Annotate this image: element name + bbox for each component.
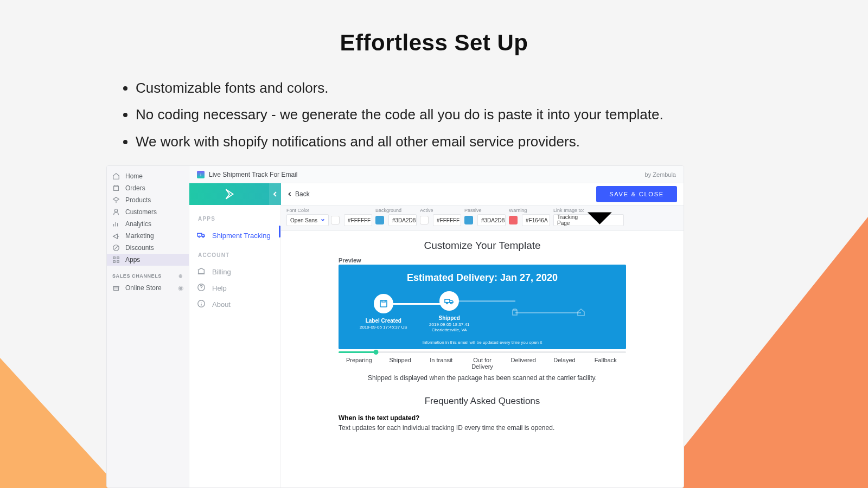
shopify-sidebar: Home Orders Products Customers Analytics… (107, 166, 189, 487)
sidebar-item-orders[interactable]: Orders (107, 182, 189, 194)
products-icon (112, 196, 120, 204)
config-passive: Passive #3DA2D8 (464, 208, 506, 226)
state-tab[interactable]: In transit (420, 355, 462, 370)
svg-rect-4 (117, 257, 119, 259)
config-background: Background #3DA2D8 (375, 208, 417, 226)
sidebar-item-home[interactable]: Home (107, 170, 189, 182)
state-progress-dot (373, 350, 378, 355)
app-sidebar-section: ACCOUNT (198, 252, 272, 258)
orders-icon (112, 184, 120, 192)
tracking-node-sub: 2019-09-05 17:45:37 US (360, 325, 407, 330)
app-logo-icon (197, 171, 205, 178)
tracking-node-label-created: Label Created 2019-09-05 17:45:37 US (350, 294, 417, 330)
content-heading: Customize Your Template (297, 240, 667, 252)
bg-color-hex[interactable]: #3DA2D8 (388, 214, 417, 226)
sidebar-section-sales: SALES CHANNELS⊕ (107, 266, 189, 282)
state-tab[interactable]: Delayed (544, 355, 585, 370)
bank-icon (197, 267, 206, 277)
store-icon (112, 284, 120, 292)
font-color-hex[interactable]: #FFFFFF (344, 214, 372, 226)
app-byline: by Zembula (645, 171, 676, 178)
bg-color-swatch[interactable] (375, 216, 384, 224)
sidebar-item-products[interactable]: Products (107, 194, 189, 206)
truck-icon (439, 291, 459, 311)
active-color-swatch[interactable] (420, 216, 429, 224)
app-sidebar-item-label: Help (212, 284, 227, 292)
label-icon (374, 294, 393, 313)
app-sidebar-item-about[interactable]: About (197, 296, 273, 312)
sidebar-item-label: Discounts (125, 244, 154, 252)
hero-bullet: We work with shopify notifications and a… (136, 129, 754, 155)
apps-icon (112, 256, 120, 264)
svg-rect-5 (113, 261, 116, 263)
sidebar-item-customers[interactable]: Customers (107, 206, 189, 218)
warning-color-swatch[interactable] (509, 216, 518, 224)
plus-icon[interactable]: ⊕ (178, 273, 183, 279)
sidebar-item-label: Home (125, 172, 143, 180)
tracking-node-sub: 2019-09-05 18:37:41 Charlottesville, VA (424, 322, 474, 333)
font-select[interactable]: Open Sans (286, 214, 329, 226)
sidebar-item-analytics[interactable]: Analytics (107, 218, 189, 230)
link-image-select[interactable]: Tracking Page (553, 214, 624, 226)
sidebar-item-discounts[interactable]: Discounts (107, 242, 189, 254)
active-color-hex[interactable]: #FFFFFF (433, 214, 461, 226)
config-label: Passive (464, 208, 506, 213)
active-marker (279, 226, 280, 237)
config-label: Active (420, 208, 461, 213)
sidebar-item-label: Products (125, 196, 151, 204)
svg-rect-0 (114, 187, 119, 191)
config-label: Font Color (286, 208, 372, 213)
back-label: Back (295, 190, 310, 198)
sidebar-item-apps[interactable]: Apps (107, 254, 189, 266)
sidebar-section-label: SALES CHANNELS (112, 273, 162, 279)
state-tab[interactable]: Fallback (585, 355, 626, 370)
app-sidebar-item-help[interactable]: Help (197, 280, 273, 296)
app-titlebar: Live Shipment Track For Email by Zembula (189, 166, 684, 183)
warning-color-hex[interactable]: #F1646A (522, 214, 550, 226)
sidebar-item-label: Marketing (125, 232, 154, 240)
font-color-swatch[interactable] (331, 216, 340, 224)
state-tab[interactable]: Shipped (380, 355, 421, 370)
hero-bullet: No coding necessary - we generate the co… (136, 101, 754, 128)
hero-bullet: Customizable fonts and colors. (136, 75, 754, 101)
transit-icon (506, 303, 525, 322)
config-label: Background (375, 208, 417, 213)
state-tab[interactable]: Out for Delivery (462, 355, 503, 370)
svg-rect-12 (380, 300, 387, 307)
sidebar-item-label: Analytics (125, 220, 151, 228)
app-shell: Home Orders Products Customers Analytics… (106, 165, 684, 488)
collapse-sidebar-button[interactable] (269, 183, 281, 205)
font-select-value: Open Sans (290, 217, 317, 223)
state-tabs: Preparing Shipped In transit Out for Del… (339, 355, 626, 370)
passive-color-swatch[interactable] (464, 216, 473, 224)
sidebar-item-online-store[interactable]: Online Store◉ (107, 282, 189, 294)
tracking-node-label: Label Created (366, 318, 401, 324)
content-area: Customize Your Template Preview Estimate… (281, 230, 684, 487)
passive-color-hex[interactable]: #3DA2D8 (477, 214, 506, 226)
svg-rect-3 (113, 257, 116, 259)
config-link-image: Link Image to: Tracking Page (553, 208, 624, 226)
back-button[interactable]: Back (288, 190, 310, 198)
help-icon (197, 283, 206, 293)
preview-label: Preview (339, 257, 626, 264)
faq-heading: Frequently Asked Questions (297, 396, 667, 407)
decorative-triangle-bottom-left (0, 358, 119, 488)
app-sidebar-item-label: Billing (212, 268, 231, 276)
sidebar-item-label: Customers (125, 208, 157, 216)
app-sidebar-item-shipment-tracking[interactable]: Shipment Tracking (197, 227, 273, 243)
hero-bullets: Customizable fonts and colors. No coding… (114, 75, 754, 155)
config-warning: Warning #F1646A (509, 208, 550, 226)
app-sidebar-item-billing[interactable]: Billing (197, 264, 273, 280)
customers-icon (112, 208, 120, 216)
svg-rect-6 (117, 261, 119, 263)
faq-answer: Text updates for each individual trackin… (339, 424, 626, 432)
state-tab[interactable]: Preparing (339, 355, 380, 370)
eye-icon[interactable]: ◉ (178, 284, 183, 292)
link-image-value: Tracking Page (557, 214, 579, 226)
state-tab[interactable]: Delivered (503, 355, 544, 370)
svg-point-15 (451, 303, 452, 304)
truck-icon (197, 230, 206, 241)
house-icon (571, 303, 591, 322)
sidebar-item-marketing[interactable]: Marketing (107, 230, 189, 242)
marketing-icon (112, 232, 120, 240)
